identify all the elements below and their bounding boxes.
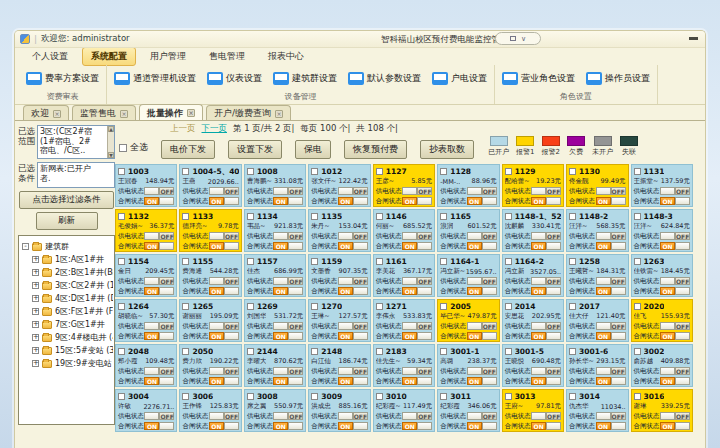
- tab-4[interactable]: 开户/缴费查询×: [206, 105, 291, 120]
- card-checkbox[interactable]: [505, 303, 512, 310]
- off-state[interactable]: OFF: [159, 277, 174, 285]
- meter-card[interactable]: 1154金日209.45元供电状态OFF合闸状态ON: [115, 254, 177, 297]
- supply-toggle[interactable]: OFF: [273, 322, 303, 330]
- switch-toggle[interactable]: ON: [531, 287, 561, 295]
- card-checkbox[interactable]: [118, 258, 125, 265]
- meter-card[interactable]: 1134韦品~921.83元供电状态OFF合闸状态ON: [244, 209, 306, 252]
- toggle-segment[interactable]: [596, 412, 611, 420]
- meter-card[interactable]: 1130佟金靓99.49元供电状态OFF合闸状态ON: [566, 164, 628, 207]
- meter-card[interactable]: 3001-1高璐238.37元供电状态OFF合闸状态ON: [437, 344, 499, 387]
- on-state[interactable]: ON: [531, 332, 546, 340]
- switch-toggle[interactable]: ON: [531, 377, 561, 385]
- switch-toggle[interactable]: ON: [660, 422, 690, 430]
- toggle-segment[interactable]: [159, 242, 174, 250]
- toggle-segment[interactable]: [288, 287, 303, 295]
- toggle-segment[interactable]: [467, 187, 482, 195]
- on-state[interactable]: ON: [467, 377, 482, 385]
- on-state[interactable]: ON: [467, 332, 482, 340]
- toggle-segment[interactable]: [159, 377, 174, 385]
- meter-card[interactable]: 1263佳铁雷~184.45元供电状态OFF合闸状态ON: [631, 254, 693, 297]
- expand-icon[interactable]: +: [32, 256, 39, 263]
- card-checkbox[interactable]: [634, 258, 641, 265]
- toggle-segment[interactable]: [546, 197, 561, 205]
- supply-toggle[interactable]: OFF: [144, 277, 174, 285]
- expand-icon[interactable]: +: [32, 295, 39, 302]
- tree-item[interactable]: +7区:G区1#井: [22, 319, 113, 330]
- on-state[interactable]: ON: [660, 197, 675, 205]
- off-state[interactable]: OFF: [288, 322, 303, 330]
- toggle-segment[interactable]: [675, 422, 690, 430]
- card-checkbox[interactable]: [311, 258, 318, 265]
- menu-item-1[interactable]: 个人设置: [23, 47, 77, 66]
- card-checkbox[interactable]: [182, 258, 189, 265]
- on-state[interactable]: ON: [660, 332, 675, 340]
- toggle-segment[interactable]: [402, 187, 417, 195]
- card-checkbox[interactable]: [505, 258, 512, 265]
- switch-toggle[interactable]: ON: [402, 332, 432, 340]
- supply-toggle[interactable]: OFF: [660, 367, 690, 375]
- supply-toggle[interactable]: OFF: [660, 412, 690, 420]
- on-state[interactable]: ON: [209, 332, 224, 340]
- toggle-segment[interactable]: [660, 322, 675, 330]
- toggle-segment[interactable]: [482, 287, 497, 295]
- toggle-segment[interactable]: [273, 367, 288, 375]
- menu-item-3[interactable]: 用户管理: [141, 47, 195, 66]
- switch-toggle[interactable]: ON: [338, 197, 368, 205]
- toggle-segment[interactable]: [611, 287, 626, 295]
- selected-range-listbox[interactable]: 3区:(C区2#宿 (1#宿电、2# 宿电、/C区.. ▲ ▼: [37, 125, 115, 159]
- toggle-segment[interactable]: [288, 197, 303, 205]
- meter-card[interactable]: 1131王振堂~137.59元供电状态OFF合闸状态ON: [631, 164, 693, 207]
- card-checkbox[interactable]: [440, 168, 447, 175]
- meter-card[interactable]: 1004-5、40—王燕2029.66..供电状态OFF合闸状态ON: [179, 164, 241, 207]
- off-state[interactable]: OFF: [546, 322, 561, 330]
- toggle-segment[interactable]: [660, 412, 675, 420]
- on-state[interactable]: ON: [209, 197, 224, 205]
- card-checkbox[interactable]: [634, 168, 641, 175]
- card-checkbox[interactable]: [247, 393, 254, 400]
- meter-card[interactable]: 1164-2冯立新3527.05..供电状态OFF合闸状态ON: [502, 254, 564, 297]
- toggle-segment[interactable]: [611, 332, 626, 340]
- off-state[interactable]: OFF: [417, 367, 432, 375]
- on-state[interactable]: ON: [209, 377, 224, 385]
- off-state[interactable]: OFF: [482, 232, 497, 240]
- switch-toggle[interactable]: ON: [338, 377, 368, 385]
- toggle-segment[interactable]: [596, 367, 611, 375]
- on-state[interactable]: ON: [338, 197, 353, 205]
- toggle-segment[interactable]: [224, 242, 239, 250]
- off-state[interactable]: OFF: [675, 367, 690, 375]
- tree-root[interactable]: -建筑群: [22, 241, 113, 252]
- switch-toggle[interactable]: ON: [402, 197, 432, 205]
- toggle-segment[interactable]: [338, 277, 353, 285]
- toggle-segment[interactable]: [596, 322, 611, 330]
- switch-toggle[interactable]: ON: [660, 287, 690, 295]
- card-checkbox[interactable]: [182, 393, 189, 400]
- toggle-segment[interactable]: [546, 422, 561, 430]
- tree-item[interactable]: +3区:C区2#井 (1#宿: [22, 280, 113, 291]
- on-state[interactable]: ON: [273, 377, 288, 385]
- meter-card[interactable]: 1132毛俊娟~36.37元供电状态OFF合闸状态ON: [115, 209, 177, 252]
- supply-toggle[interactable]: OFF: [144, 367, 174, 375]
- card-checkbox[interactable]: [505, 213, 512, 220]
- meter-card[interactable]: 1127王彦~5.85元供电状态OFF合闸状态ON: [373, 164, 435, 207]
- card-checkbox[interactable]: [311, 213, 318, 220]
- switch-toggle[interactable]: ON: [531, 332, 561, 340]
- supply-toggle[interactable]: OFF: [209, 187, 239, 195]
- meter-card[interactable]: 1148-3汪洋~624.84元供电状态OFF合闸状态ON: [631, 209, 693, 252]
- toggle-segment[interactable]: [144, 412, 159, 420]
- on-state[interactable]: ON: [144, 422, 159, 430]
- tree-item[interactable]: +4区:D区1#井 (D区1: [22, 293, 113, 304]
- supply-toggle[interactable]: OFF: [209, 412, 239, 420]
- tab-2[interactable]: 监管售电×: [72, 105, 136, 120]
- switch-toggle[interactable]: ON: [660, 377, 690, 385]
- card-checkbox[interactable]: [118, 393, 125, 400]
- card-checkbox[interactable]: [569, 168, 576, 175]
- expand-icon[interactable]: +: [32, 282, 39, 289]
- supply-toggle[interactable]: OFF: [467, 232, 497, 240]
- tree-item[interactable]: +19区:9#变电站 (2#: [22, 358, 113, 369]
- on-state[interactable]: ON: [144, 377, 159, 385]
- meter-card[interactable]: 1146何丽~685.52元供电状态OFF合闸状态ON: [373, 209, 435, 252]
- switch-toggle[interactable]: ON: [209, 422, 239, 430]
- off-state[interactable]: OFF: [417, 187, 432, 195]
- off-state[interactable]: OFF: [288, 277, 303, 285]
- toggle-segment[interactable]: [467, 367, 482, 375]
